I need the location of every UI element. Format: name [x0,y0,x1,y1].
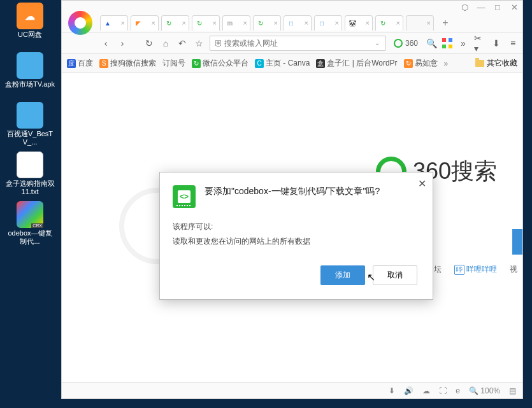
download-icon[interactable]: ⬇ [491,38,502,49]
tab-close-icon[interactable]: × [152,19,155,27]
browser-logo-icon[interactable] [68,11,92,35]
tab-strip: ▲× ◤× ↻× ↻× m× ↻× □× □× 🐼× ↻× × + [62,13,522,32]
tab-close-icon[interactable]: × [274,19,278,27]
bookmark-overflow[interactable]: » [444,59,449,68]
bookmark-dingyue[interactable]: 订阅号 [162,58,185,69]
back-button[interactable]: ‹ [100,38,111,49]
bookmark-wordpress[interactable]: 盒盒子汇 | 后台WordPr [316,58,397,69]
address-input[interactable] [224,39,371,48]
dialog-confirm-button[interactable]: 添加 [320,265,365,285]
dialog-perm-line: 读取和更改您在访问的网站上的所有数据 [173,234,417,249]
window-titlebar: ⬡ — □ ✕ [62,1,522,13]
sidebar-icon[interactable]: ▤ [509,386,516,395]
tab[interactable]: □× [284,15,312,31]
close-button[interactable]: ✕ [510,3,519,11]
bookmark-canva[interactable]: C主页 - Canva [255,58,310,69]
tab-close-icon[interactable]: × [213,19,217,27]
tab[interactable]: m× [222,15,250,31]
dialog-body: 该程序可以: 读取和更改您在访问的网站上的所有数据 [173,220,417,249]
home-button[interactable]: ⌂ [160,38,171,49]
desktop-icon-uc[interactable]: ☁ UC网盘 [5,3,55,48]
cloud-icon[interactable]: ☁ [422,386,430,395]
dropdown-icon[interactable]: ⌄ [371,38,383,49]
tab-close-icon[interactable]: × [243,19,247,27]
nav-bilibili[interactable]: 哔咩哩咩哩 [454,264,497,275]
tab[interactable]: □× [314,15,342,31]
pin-icon[interactable]: ⬡ [460,3,469,11]
desktop: ☁ UC网盘 盒粉市场TV.apk 百视通V_BesTV_... 盒子选购指南双… [0,0,61,408]
tab-close-icon[interactable]: × [396,19,400,27]
desktop-icon-label: odebox—键复制代... [5,229,55,246]
shield-icon: ⛨ [213,38,224,49]
desktop-icon-label: UC网盘 [18,31,42,39]
desktop-icon-label: 盒子选购指南双11.txt [5,179,55,196]
tab[interactable]: ▲× [100,15,128,31]
tab[interactable]: ↻× [253,15,281,31]
scissors-icon[interactable]: ✂ ▾ [474,38,485,49]
dialog-close-button[interactable]: ✕ [418,178,426,190]
desktop-icon-bestv[interactable]: 百视通V_BesTV_... [5,102,55,148]
bookmark-wechat[interactable]: ↻微信公众平台 [192,58,248,69]
dialog-title: 要添加"codebox-一键复制代码/下载文章"吗? [205,185,380,198]
menu-icon[interactable]: ≡ [507,38,519,49]
tab-close-icon[interactable]: × [121,19,125,27]
dialog-perm-header: 该程序可以: [173,220,417,234]
tab[interactable]: ↻× [192,15,220,31]
engine-360-icon [394,39,403,48]
desktop-icon-label: 百视通V_BesTV_... [5,130,55,146]
bookmark-yiruyi[interactable]: ↻易如意 [404,58,438,69]
tab[interactable]: ↻× [161,15,189,31]
download-status-icon[interactable]: ⬇ [389,386,395,395]
engine-label: 360 [405,39,418,48]
apps-grid-icon[interactable] [442,38,452,48]
tab-close-icon[interactable]: × [366,19,370,27]
search-button-edge[interactable] [512,229,522,255]
reload-button[interactable]: ↻ [143,38,155,49]
extension-icon: <> [173,185,196,208]
tab[interactable]: ↻× [375,15,403,31]
desktop-icon-crx[interactable]: CRX odebox—键复制代... [5,201,55,247]
speaker-icon[interactable]: 🔊 [404,386,413,395]
desktop-icon-txt[interactable]: 盒子选购指南双11.txt [5,151,55,197]
maximize-button[interactable]: □ [493,3,502,11]
bookmark-baidu[interactable]: 度百度 [67,58,93,69]
dialog-cancel-button[interactable]: 取消 [373,265,417,285]
tab-active[interactable]: × [406,15,434,31]
minimize-button[interactable]: — [477,3,485,11]
search-button[interactable]: 🔍 [426,38,437,49]
extensions-area: » ✂ ▾ ⬇ ≡ [442,38,519,49]
page-nav: 论坛 哔咩哩咩哩 视 [426,264,522,275]
new-tab-button[interactable]: + [436,15,454,31]
address-bar: ‹ › ↻ ⌂ ↶ ☆ ⛨ ⌄ 360 🔍 » ✂ ▾ ⬇ ≡ [62,32,522,54]
bookmark-bar: 度百度 S搜狗微信搜索 订阅号 ↻微信公众平台 C主页 - Canva 盒盒子汇… [62,54,522,73]
star-button[interactable]: ☆ [193,38,205,49]
zoom-label[interactable]: 🔍 100% [469,386,500,395]
history-button[interactable]: ↶ [176,38,188,49]
desktop-icon-apk[interactable]: 盒粉市场TV.apk [5,52,55,98]
folder-icon [475,60,484,67]
status-bar: ⬇ 🔊 ☁ ⛶ e 🔍 100% ▤ [62,382,522,398]
tab[interactable]: 🐼× [345,15,373,31]
bookmark-other-folder[interactable]: 其它收藏 [475,58,517,69]
desktop-icon-label: 盒粉市场TV.apk [5,80,55,88]
address-input-wrap[interactable]: ⛨ ⌄ [210,36,386,51]
tab[interactable]: ◤× [131,15,159,31]
fullscreen-icon[interactable]: ⛶ [439,386,447,395]
extension-install-dialog: ✕ <> 要添加"codebox-一键复制代码/下载文章"吗? 该程序可以: 读… [159,172,433,300]
bookmark-sogou[interactable]: S搜狗微信搜索 [99,58,156,69]
overflow-icon[interactable]: » [457,38,469,49]
nav-video[interactable]: 视 [510,264,517,275]
search-engine-selector[interactable]: 360 [391,39,421,48]
forward-button[interactable]: › [117,38,128,49]
tab-close-icon[interactable]: × [182,19,186,27]
tab-close-icon[interactable]: × [335,19,339,27]
ie-mode-icon[interactable]: e [456,386,460,395]
tab-close-icon[interactable]: × [427,19,431,27]
tab-close-icon[interactable]: × [305,19,308,27]
